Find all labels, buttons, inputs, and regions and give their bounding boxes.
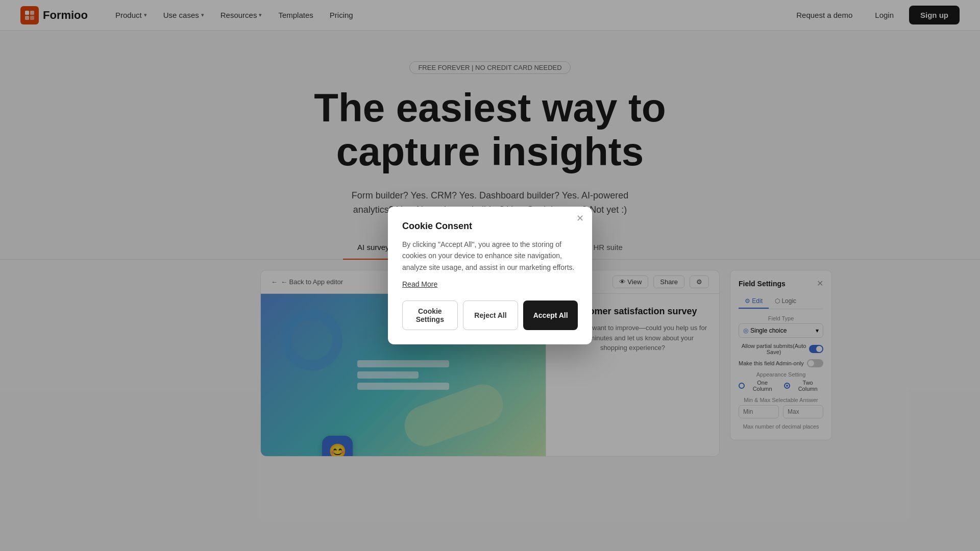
cookie-read-more-link[interactable]: Read More: [402, 280, 578, 288]
accept-all-button[interactable]: Accept All: [523, 300, 578, 330]
reject-all-button[interactable]: Reject All: [463, 300, 519, 330]
cookie-settings-button[interactable]: Cookie Settings: [402, 300, 458, 330]
cookie-buttons: Cookie Settings Reject All Accept All: [402, 300, 578, 330]
cookie-body: By clicking "Accept All", you agree to t…: [402, 239, 578, 273]
cookie-title: Cookie Consent: [402, 221, 578, 232]
cookie-close-button[interactable]: ✕: [576, 214, 584, 223]
modal-overlay: ✕ Cookie Consent By clicking "Accept All…: [0, 0, 980, 551]
cookie-consent-modal: ✕ Cookie Consent By clicking "Accept All…: [388, 207, 592, 344]
